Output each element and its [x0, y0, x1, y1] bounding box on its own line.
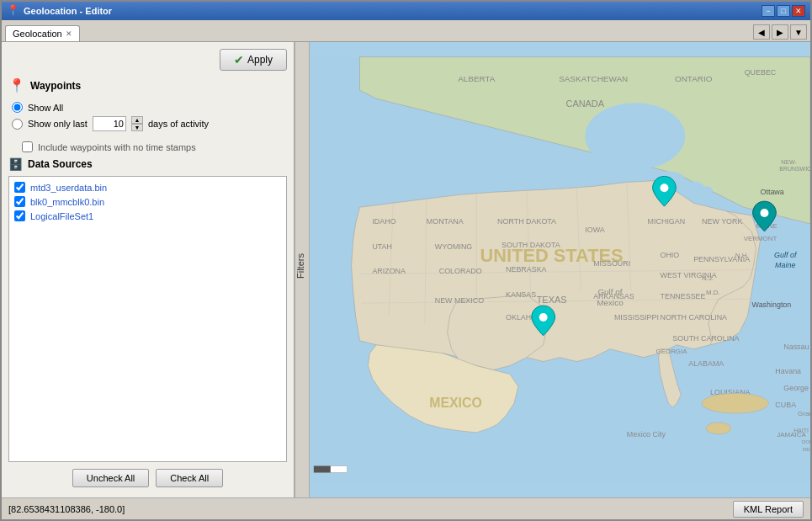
ds-checkbox-0[interactable] [14, 182, 25, 193]
svg-text:ARIZONA: ARIZONA [372, 267, 406, 275]
minimize-button[interactable]: − [762, 5, 775, 17]
ds-checkbox-2[interactable] [14, 210, 25, 221]
check-icon: ✔ [234, 53, 244, 66]
filters-tab[interactable]: Filters [295, 42, 310, 497]
svg-text:NEW-: NEW- [781, 159, 796, 165]
svg-text:UTAH: UTAH [372, 242, 392, 251]
svg-text:Maine: Maine [775, 261, 795, 269]
svg-text:George Town: George Town [783, 384, 810, 392]
radio-group: Show All Show only last 10 ▲ ▼ days of a… [8, 98, 287, 135]
list-item: LogicalFileSet1 [13, 209, 283, 223]
svg-rect-73 [314, 466, 331, 473]
show-last-radio[interactable] [12, 119, 23, 130]
uncheck-all-button[interactable]: Uncheck All [72, 469, 149, 487]
svg-text:SASKATCHEWAN: SASKATCHEWAN [559, 74, 628, 83]
maximize-button[interactable]: □ [777, 5, 790, 17]
svg-point-1 [585, 103, 685, 169]
ds-label-2: LogicalFileSet1 [30, 211, 93, 221]
check-buttons-row: Uncheck All Check All [8, 469, 287, 487]
svg-point-76 [761, 209, 769, 217]
svg-text:CUBA: CUBA [775, 401, 796, 409]
svg-text:MONTANA: MONTANA [427, 217, 464, 226]
svg-text:MISSISSIPPI: MISSISSIPPI [614, 313, 659, 322]
svg-text:NORTH DAKOTA: NORTH DAKOTA [497, 217, 556, 226]
tab-geolocation[interactable]: Geolocation ✕ [5, 25, 80, 41]
window-title: Geolocation - Editor [24, 6, 762, 16]
days-input[interactable]: 10 [93, 116, 126, 131]
svg-text:MISSOURI: MISSOURI [593, 259, 630, 268]
list-item: mtd3_userdata.bin [13, 180, 283, 194]
svg-text:QUEBEC: QUEBEC [745, 68, 777, 77]
svg-text:ALABAMA: ALABAMA [688, 359, 724, 368]
svg-text:WYOMING: WYOMING [435, 242, 473, 251]
content-area: ✔ Apply 📍 Waypoints Show All Show only l… [2, 42, 810, 497]
show-last-label: Show only last [28, 119, 88, 129]
nav-back-button[interactable]: ◀ [753, 24, 770, 40]
waypoints-section-header: 📍 Waypoints [8, 77, 287, 93]
svg-text:TENNESSEE: TENNESSEE [661, 292, 706, 300]
svg-text:Nassau: Nassau [783, 343, 809, 351]
svg-text:ONTARIO: ONTARIO [675, 74, 713, 83]
spin-up-button[interactable]: ▲ [131, 116, 143, 124]
svg-text:ALBERTA: ALBERTA [458, 74, 496, 83]
waypoints-icon: 📍 [8, 77, 25, 93]
datasources-label: Data Sources [28, 158, 93, 170]
svg-text:COLORADO: COLORADO [439, 267, 482, 275]
apply-button[interactable]: ✔ Apply [220, 49, 287, 71]
title-bar: 📍 Geolocation - Editor − □ ✕ [2, 2, 810, 20]
svg-text:CANADA: CANADA [566, 98, 605, 109]
svg-text:NORTH CAROLINA: NORTH CAROLINA [661, 313, 728, 322]
nav-forward-button[interactable]: ▶ [772, 24, 788, 40]
no-timestamp-label: Include waypoints with no time stamps [38, 142, 196, 152]
svg-text:MEXICO: MEXICO [429, 396, 482, 410]
no-timestamp-checkbox[interactable] [22, 141, 33, 152]
svg-text:NEW YORK: NEW YORK [702, 217, 742, 226]
svg-text:VERMONT: VERMONT [744, 235, 778, 242]
svg-text:TEXAS: TEXAS [537, 295, 567, 305]
svg-text:NEW MEXICO: NEW MEXICO [435, 296, 484, 305]
ds-label-0: mtd3_userdata.bin [30, 183, 107, 193]
window-controls: − □ ✕ [762, 5, 805, 17]
show-last-row: Show only last 10 ▲ ▼ days of activity [12, 116, 287, 131]
no-timestamp-row: Include waypoints with no time stamps [22, 141, 287, 152]
svg-point-5 [699, 186, 713, 194]
list-item: blk0_mmcblk0.bin [13, 194, 283, 209]
svg-text:OHIO: OHIO [661, 251, 680, 259]
show-all-radio[interactable] [12, 102, 23, 113]
map-svg: UNITED STATES MEXICO CANADA SASKATCHEWAN… [310, 42, 810, 497]
ds-checkbox-1[interactable] [14, 196, 25, 207]
svg-text:Washington: Washington [752, 300, 792, 309]
svg-text:BRUNSWICK: BRUNSWICK [779, 166, 810, 172]
status-bar: [82.6538431108386, -180.0] KML Report [2, 497, 810, 519]
svg-text:GEORGIA: GEORGIA [656, 348, 688, 355]
svg-text:M.D.: M.D. [706, 289, 720, 296]
datasources-section-header: 🗄️ Data Sources [8, 157, 287, 171]
datasources-list: mtd3_userdata.bin blk0_mmcblk0.bin Logic… [8, 176, 287, 462]
svg-text:Grand Turk: Grand Turk [798, 410, 810, 417]
show-all-row: Show All [12, 102, 287, 113]
tab-bar: Geolocation ✕ ◀ ▶ ▼ [2, 20, 810, 42]
svg-text:NEBRASKA: NEBRASKA [506, 265, 547, 274]
svg-text:DOMINICAN: DOMINICAN [802, 439, 810, 444]
main-window: 📍 Geolocation - Editor − □ ✕ Geolocation… [0, 0, 812, 521]
svg-text:Havana: Havana [775, 367, 801, 375]
svg-text:Gulf of: Gulf of [774, 251, 798, 259]
svg-text:SOUTH DAKOTA: SOUTH DAKOTA [502, 241, 560, 249]
spin-down-button[interactable]: ▼ [131, 124, 143, 131]
svg-text:REPUBLIC: REPUBLIC [803, 447, 810, 452]
nav-dropdown-button[interactable]: ▼ [790, 24, 807, 40]
show-all-label: Show All [28, 103, 63, 113]
map-area[interactable]: UNITED STATES MEXICO CANADA SASKATCHEWAN… [310, 42, 810, 497]
close-button[interactable]: ✕ [792, 5, 805, 17]
svg-text:Gulf of: Gulf of [597, 287, 622, 296]
apply-label: Apply [247, 54, 273, 66]
check-all-button[interactable]: Check All [156, 469, 223, 487]
kml-report-button[interactable]: KML Report [733, 501, 804, 518]
svg-point-71 [706, 423, 731, 434]
spinner-buttons: ▲ ▼ [131, 116, 143, 131]
svg-text:Ottawa: Ottawa [760, 188, 783, 196]
svg-point-74 [661, 183, 669, 192]
tab-close-icon[interactable]: ✕ [66, 29, 72, 38]
svg-text:Mexico: Mexico [597, 298, 624, 307]
left-panel: ✔ Apply 📍 Waypoints Show All Show only l… [2, 42, 295, 497]
